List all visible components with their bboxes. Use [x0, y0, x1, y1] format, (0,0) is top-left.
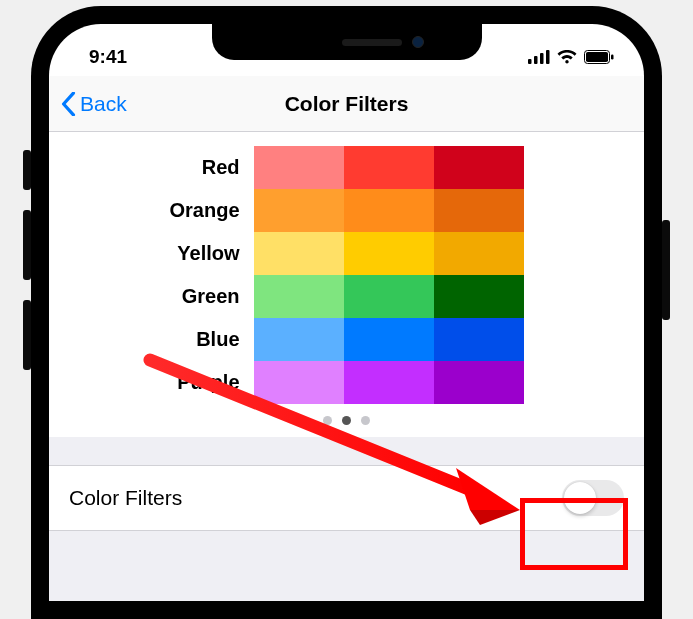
phone-speaker — [342, 39, 402, 46]
color-row — [254, 275, 524, 318]
nav-bar: Back Color Filters — [49, 76, 644, 132]
color-row-label: Purple — [169, 361, 243, 404]
phone-side-button — [662, 220, 670, 320]
color-swatch — [434, 318, 524, 361]
toggle-knob — [564, 482, 596, 514]
phone-volume-up-button — [23, 210, 31, 280]
color-swatch — [344, 189, 434, 232]
color-row-label: Red — [169, 146, 243, 189]
back-button[interactable]: Back — [61, 92, 127, 116]
phone-frame: 9:41 Back Color Filters — [31, 6, 662, 619]
color-row-label: Orange — [169, 189, 243, 232]
cellular-signal-icon — [528, 50, 550, 64]
color-row-label: Green — [169, 275, 243, 318]
phone-notch — [212, 24, 482, 60]
color-swatch — [434, 361, 524, 404]
chevron-left-icon — [61, 92, 76, 116]
color-row-labels: RedOrangeYellowGreenBluePurple — [169, 146, 243, 404]
page-dot[interactable] — [323, 416, 332, 425]
back-label: Back — [80, 92, 127, 116]
svg-rect-2 — [540, 53, 544, 64]
color-swatch — [434, 275, 524, 318]
color-swatch — [434, 146, 524, 189]
svg-rect-0 — [528, 59, 532, 64]
phone-screen: 9:41 Back Color Filters — [49, 24, 644, 601]
phone-volume-down-button — [23, 300, 31, 370]
color-filters-label: Color Filters — [69, 486, 182, 510]
color-swatch — [344, 146, 434, 189]
phone-front-camera — [412, 36, 424, 48]
color-row — [254, 232, 524, 275]
page-title: Color Filters — [49, 92, 644, 116]
color-swatch — [254, 318, 344, 361]
color-grid — [254, 146, 524, 404]
phone-ringer-switch — [23, 150, 31, 190]
color-swatch — [254, 232, 344, 275]
color-swatch — [254, 146, 344, 189]
color-row-label: Yellow — [169, 232, 243, 275]
svg-rect-5 — [586, 52, 608, 62]
svg-rect-1 — [534, 56, 538, 64]
page-dot[interactable] — [361, 416, 370, 425]
color-swatch — [344, 275, 434, 318]
color-filters-row[interactable]: Color Filters — [49, 465, 644, 531]
page-indicator[interactable] — [49, 416, 644, 425]
color-swatch — [344, 318, 434, 361]
color-swatch — [254, 189, 344, 232]
page-dot[interactable] — [342, 416, 351, 425]
content-area: RedOrangeYellowGreenBluePurple Color Fil… — [49, 132, 644, 601]
battery-icon — [584, 50, 614, 64]
color-swatch — [254, 361, 344, 404]
color-filters-toggle[interactable] — [562, 480, 624, 516]
svg-rect-3 — [546, 50, 550, 64]
color-swatch — [434, 232, 524, 275]
svg-rect-6 — [611, 55, 614, 60]
color-row — [254, 189, 524, 232]
color-swatch — [344, 232, 434, 275]
color-preview-pane[interactable]: RedOrangeYellowGreenBluePurple — [49, 132, 644, 437]
color-row — [254, 146, 524, 189]
status-time: 9:41 — [89, 46, 127, 68]
color-swatch — [254, 275, 344, 318]
color-row — [254, 361, 524, 404]
status-indicators — [528, 50, 614, 64]
color-swatch — [344, 361, 434, 404]
color-row — [254, 318, 524, 361]
wifi-icon — [557, 50, 577, 64]
color-swatch — [434, 189, 524, 232]
color-row-label: Blue — [169, 318, 243, 361]
